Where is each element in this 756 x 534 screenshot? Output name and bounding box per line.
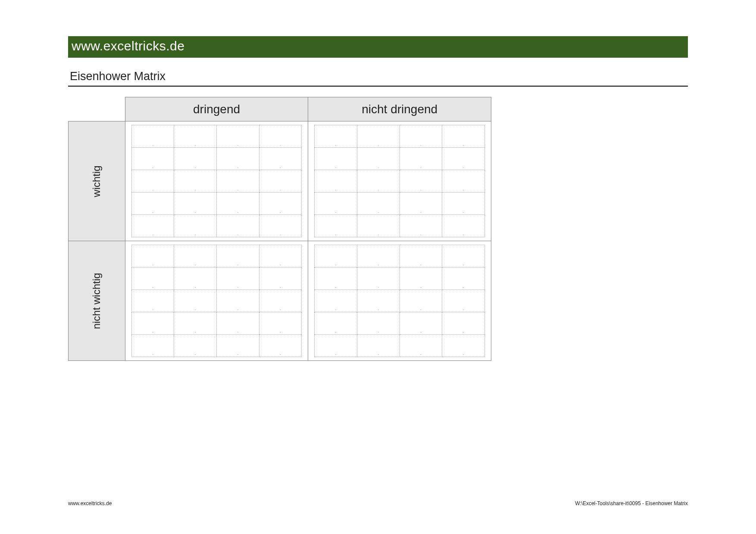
quadrant-inner-grid: -------------------- <box>314 125 485 237</box>
grid-cell: - <box>442 192 485 215</box>
grid-cell: - <box>357 125 400 148</box>
grid-cell: - <box>174 312 217 335</box>
grid-cell: - <box>442 290 485 312</box>
grid-cell: - <box>259 148 302 170</box>
grid-cell: - <box>259 125 302 148</box>
grid-cell: - <box>400 148 442 170</box>
grid-cell: - <box>259 312 302 335</box>
grid-cell: - <box>259 245 302 267</box>
grid-cell: - <box>217 267 259 290</box>
grid-cell: - <box>357 335 400 357</box>
site-url: www.exceltricks.de <box>72 39 184 53</box>
grid-cell: - <box>217 148 259 170</box>
grid-cell: - <box>442 335 485 357</box>
grid-cell: - <box>400 267 442 290</box>
grid-cell: - <box>217 335 259 357</box>
grid-cell: - <box>400 335 442 357</box>
grid-cell: - <box>315 267 357 290</box>
page-title: Eisenhower Matrix <box>68 70 166 83</box>
grid-cell: - <box>357 245 400 267</box>
grid-cell: - <box>131 290 174 312</box>
grid-cell: - <box>442 245 485 267</box>
grid-cell: - <box>259 335 302 357</box>
grid-cell: - <box>315 125 357 148</box>
grid-cell: - <box>400 312 442 335</box>
grid-cell: - <box>174 125 217 148</box>
grid-cell: - <box>442 267 485 290</box>
grid-cell: - <box>442 125 485 148</box>
grid-cell: - <box>174 192 217 215</box>
grid-cell: - <box>315 148 357 170</box>
document-page: www.exceltricks.de Eisenhower Matrix dri… <box>68 36 688 361</box>
quadrant-urgent-important: -------------------- <box>125 121 308 241</box>
grid-cell: - <box>400 290 442 312</box>
grid-cell: - <box>174 170 217 192</box>
grid-cell: - <box>400 245 442 267</box>
quadrant-noturgent-notimportant: -------------------- <box>308 241 491 361</box>
footer-left: www.exceltricks.de <box>68 500 112 506</box>
page-footer: www.exceltricks.de W:\Excel-Tools\share-… <box>68 500 688 506</box>
grid-cell: - <box>357 290 400 312</box>
grid-cell: - <box>315 290 357 312</box>
row-header-important-label: wichtig <box>91 153 103 209</box>
grid-cell: - <box>217 245 259 267</box>
grid-cell: - <box>174 215 217 237</box>
quadrant-noturgent-important: -------------------- <box>308 121 491 241</box>
grid-cell: - <box>259 170 302 192</box>
grid-cell: - <box>400 170 442 192</box>
col-header-not-urgent: nicht dringend <box>308 97 491 121</box>
grid-cell: - <box>131 267 174 290</box>
grid-cell: - <box>174 148 217 170</box>
grid-cell: - <box>259 267 302 290</box>
grid-cell: - <box>174 290 217 312</box>
quadrant-inner-grid: -------------------- <box>131 245 302 357</box>
grid-cell: - <box>400 125 442 148</box>
grid-cell: - <box>357 170 400 192</box>
quadrant-urgent-notimportant: -------------------- <box>125 241 308 361</box>
grid-cell: - <box>357 215 400 237</box>
grid-cell: - <box>217 312 259 335</box>
title-wrap: Eisenhower Matrix <box>68 70 688 87</box>
grid-cell: - <box>131 215 174 237</box>
grid-cell: - <box>131 192 174 215</box>
grid-cell: - <box>400 215 442 237</box>
row-header-not-important-label: nicht wichtig <box>91 273 103 329</box>
grid-cell: - <box>357 148 400 170</box>
grid-cell: - <box>315 215 357 237</box>
grid-cell: - <box>131 335 174 357</box>
grid-cell: - <box>259 215 302 237</box>
grid-cell: - <box>315 335 357 357</box>
grid-cell: - <box>131 148 174 170</box>
grid-cell: - <box>174 267 217 290</box>
grid-cell: - <box>217 290 259 312</box>
grid-cell: - <box>217 170 259 192</box>
grid-cell: - <box>357 312 400 335</box>
grid-cell: - <box>259 290 302 312</box>
grid-cell: - <box>442 170 485 192</box>
grid-cell: - <box>217 125 259 148</box>
grid-cell: - <box>217 192 259 215</box>
grid-cell: - <box>400 192 442 215</box>
grid-cell: - <box>131 170 174 192</box>
col-header-not-urgent-label: nicht dringend <box>362 102 437 116</box>
grid-cell: - <box>131 125 174 148</box>
grid-cell: - <box>174 335 217 357</box>
footer-right: W:\Excel-Tools\share-it\0095 - Eisenhowe… <box>575 500 688 506</box>
grid-cell: - <box>357 267 400 290</box>
grid-cell: - <box>442 312 485 335</box>
grid-cell: - <box>442 215 485 237</box>
eisenhower-matrix: dringend nicht dringend wichtig --------… <box>68 97 491 361</box>
grid-cell: - <box>259 192 302 215</box>
col-header-urgent-label: dringend <box>193 102 240 116</box>
grid-cell: - <box>442 148 485 170</box>
grid-cell: - <box>315 192 357 215</box>
site-banner: www.exceltricks.de <box>68 36 688 58</box>
quadrant-inner-grid: -------------------- <box>314 245 485 357</box>
grid-cell: - <box>315 245 357 267</box>
col-header-urgent: dringend <box>125 97 308 121</box>
row-header-not-important: nicht wichtig <box>69 241 125 361</box>
matrix-corner <box>69 97 125 121</box>
quadrant-inner-grid: -------------------- <box>131 125 302 237</box>
grid-cell: - <box>315 312 357 335</box>
grid-cell: - <box>217 215 259 237</box>
